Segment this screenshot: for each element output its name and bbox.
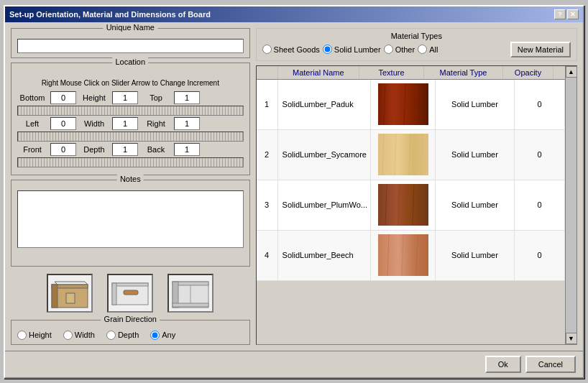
table-container: Material Name Texture Material Type Opac… bbox=[257, 66, 565, 344]
ok-button[interactable]: Ok bbox=[485, 356, 521, 373]
row-4-type: Solid Lumber bbox=[436, 231, 515, 280]
table-row[interactable]: 4 SolidLumber_Beech bbox=[257, 231, 565, 281]
right-label: Right bbox=[141, 119, 171, 128]
all-option[interactable]: All bbox=[418, 45, 438, 54]
grain-radio-row: Height Width Depth Any bbox=[17, 331, 244, 340]
thumbnail-1[interactable] bbox=[47, 274, 93, 313]
location-label: Location bbox=[113, 57, 149, 66]
new-material-button[interactable]: New Material bbox=[510, 42, 571, 57]
svg-rect-8 bbox=[112, 283, 148, 286]
width-input[interactable] bbox=[112, 117, 138, 130]
bottom-label: Bottom bbox=[17, 93, 47, 102]
grain-height-option[interactable]: Height bbox=[17, 331, 52, 340]
other-option[interactable]: Other bbox=[384, 45, 415, 54]
front-depth-back-row: Front Depth Back bbox=[17, 143, 244, 156]
cancel-button[interactable]: Cancel bbox=[525, 356, 576, 373]
svg-rect-16 bbox=[378, 83, 428, 125]
left-slider-track[interactable] bbox=[17, 131, 244, 142]
scroll-up-button[interactable]: ▲ bbox=[566, 66, 577, 78]
material-types-area: Material Types Sheet Goods Solid Lumber … bbox=[256, 28, 577, 61]
grain-depth-option[interactable]: Depth bbox=[106, 331, 139, 340]
dialog-body: Unique Name Location Right Mouse Click o… bbox=[5, 22, 583, 351]
width-label: Width bbox=[79, 119, 109, 128]
row-2-num: 2 bbox=[257, 130, 278, 180]
bottom-height-top-row: Bottom Height Top bbox=[17, 91, 244, 104]
row-2-type: Solid Lumber bbox=[436, 130, 515, 180]
unique-name-input[interactable] bbox=[17, 39, 244, 53]
dialog-footer: Ok Cancel bbox=[5, 351, 583, 377]
grain-label: Grain Direction bbox=[101, 315, 160, 323]
top-input[interactable] bbox=[174, 91, 200, 104]
unique-name-label: Unique Name bbox=[104, 23, 157, 32]
main-dialog: Set-up Orientation, Material and Dimensi… bbox=[4, 5, 584, 379]
row-2-name: SolidLumber_Sycamore bbox=[278, 130, 371, 180]
svg-rect-2 bbox=[52, 285, 58, 308]
notes-group: Notes bbox=[11, 180, 250, 267]
row-4-opacity: 0 bbox=[515, 231, 565, 280]
row-1-texture bbox=[371, 80, 436, 129]
right-panel: Material Types Sheet Goods Solid Lumber … bbox=[256, 28, 577, 345]
table-header-row: Material Name Texture Material Type Opac… bbox=[257, 66, 565, 80]
table-body: 1 SolidLumber_Paduk bbox=[257, 80, 565, 344]
row-3-num: 3 bbox=[257, 180, 278, 230]
col-header-opacity: Opacity bbox=[503, 66, 553, 79]
grain-any-option[interactable]: Any bbox=[150, 331, 175, 340]
row-4-num: 4 bbox=[257, 231, 278, 280]
thumbnail-2-image bbox=[109, 276, 151, 310]
material-types-controls: Sheet Goods Solid Lumber Other All New M… bbox=[262, 42, 571, 57]
height-label: Height bbox=[79, 93, 109, 102]
thumbnail-3[interactable] bbox=[167, 274, 213, 313]
height-input[interactable] bbox=[112, 91, 138, 104]
bottom-slider-track[interactable] bbox=[17, 106, 244, 116]
depth-label: Depth bbox=[79, 145, 109, 154]
grain-width-option[interactable]: Width bbox=[63, 331, 95, 340]
thumbnails-row bbox=[11, 271, 250, 315]
help-button[interactable]: ? bbox=[554, 9, 566, 19]
back-input[interactable] bbox=[174, 143, 200, 156]
scroll-down-button[interactable]: ▼ bbox=[566, 333, 577, 344]
row-3-type: Solid Lumber bbox=[436, 180, 515, 230]
unique-name-group: Unique Name bbox=[11, 28, 250, 58]
sheet-goods-option[interactable]: Sheet Goods bbox=[262, 45, 320, 54]
title-bar: Set-up Orientation, Material and Dimensi… bbox=[5, 6, 583, 22]
svg-rect-10 bbox=[124, 290, 138, 295]
front-input[interactable] bbox=[50, 143, 76, 156]
table-row[interactable]: 3 SolidLumber_PlumWo... bbox=[257, 180, 565, 231]
solid-lumber-option[interactable]: Solid Lumber bbox=[323, 45, 381, 54]
bottom-input[interactable] bbox=[50, 91, 76, 104]
right-input[interactable] bbox=[174, 117, 200, 130]
table-row[interactable]: 1 SolidLumber_Paduk bbox=[257, 80, 565, 130]
scroll-track[interactable] bbox=[566, 78, 576, 333]
svg-rect-6 bbox=[66, 293, 75, 303]
location-group: Location Right Mouse Click on Slider Arr… bbox=[11, 63, 250, 175]
front-slider-track[interactable] bbox=[17, 157, 244, 167]
material-types-label: Material Types bbox=[262, 32, 571, 40]
svg-line-3 bbox=[55, 282, 58, 285]
col-header-num bbox=[257, 66, 278, 79]
row-3-opacity: 0 bbox=[515, 180, 565, 230]
row-1-name: SolidLumber_Paduk bbox=[278, 80, 371, 129]
thumbnail-2[interactable] bbox=[107, 274, 153, 313]
thumbnail-1-image bbox=[49, 276, 91, 310]
materials-table-area: Material Name Texture Material Type Opac… bbox=[256, 65, 577, 345]
depth-input[interactable] bbox=[112, 143, 138, 156]
grain-group: Grain Direction Height Width Depth Any bbox=[11, 320, 250, 345]
svg-rect-21 bbox=[378, 134, 428, 175]
left-input[interactable] bbox=[50, 117, 76, 130]
left-label: Left bbox=[17, 119, 47, 128]
notes-textarea[interactable] bbox=[17, 190, 244, 248]
svg-rect-9 bbox=[112, 283, 116, 305]
close-button[interactable]: ✕ bbox=[567, 9, 579, 19]
left-panel: Unique Name Location Right Mouse Click o… bbox=[11, 28, 250, 345]
row-1-type: Solid Lumber bbox=[436, 80, 515, 129]
row-3-name: SolidLumber_PlumWo... bbox=[278, 180, 371, 230]
back-label: Back bbox=[141, 145, 171, 154]
svg-rect-14 bbox=[173, 303, 208, 307]
row-3-texture bbox=[371, 180, 436, 230]
title-bar-buttons: ? ✕ bbox=[554, 9, 579, 19]
row-4-texture bbox=[371, 231, 436, 280]
table-row[interactable]: 2 SolidLumber_Sycamore bbox=[257, 130, 565, 180]
row-4-name: SolidLumber_Beech bbox=[278, 231, 371, 280]
table-scrollbar[interactable]: ▲ ▼ bbox=[565, 66, 576, 344]
row-2-texture bbox=[371, 130, 436, 180]
